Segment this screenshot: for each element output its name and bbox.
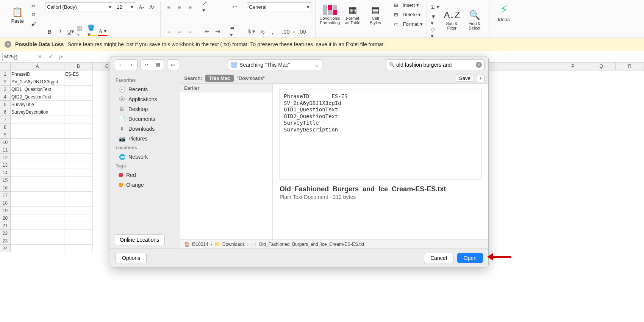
align-bottom-button[interactable]: ≡ (186, 2, 195, 11)
decrease-indent-button[interactable]: ⇤ (202, 27, 211, 36)
border-button[interactable]: ▦ ▾ (77, 27, 86, 36)
cell[interactable] (64, 131, 93, 139)
cell[interactable] (64, 116, 93, 123)
decrease-decimal-button[interactable]: ←.00 (295, 27, 304, 36)
cell[interactable] (64, 177, 93, 184)
cell[interactable] (11, 230, 64, 237)
sidebar-item-pictures[interactable]: 📷Pictures (110, 134, 180, 144)
warning-close-button[interactable]: ✕ (5, 41, 11, 48)
name-box[interactable]: M25 ▴▾ (2, 53, 33, 61)
col-header-p[interactable]: P (559, 63, 587, 70)
row-header[interactable]: 9 (0, 131, 11, 139)
cut-button[interactable]: ✂︎ (30, 2, 37, 9)
row-header[interactable]: 5 (0, 101, 11, 108)
wrap-text-button[interactable]: ↩︎ (230, 2, 239, 11)
italic-button[interactable]: I (56, 27, 65, 36)
cell[interactable] (64, 123, 93, 131)
col-header-q[interactable]: Q (587, 63, 616, 70)
delete-menu[interactable]: ⊟ Delete ▾ (394, 12, 423, 17)
row-header[interactable]: 2 (0, 78, 11, 86)
align-middle-button[interactable]: ≡ (175, 2, 184, 11)
increase-indent-button[interactable]: ⇥ (213, 27, 222, 36)
back-button[interactable]: ‹ (114, 60, 126, 70)
fill-button[interactable]: ▼ ▾ (431, 15, 440, 24)
comma-button[interactable]: , (268, 27, 277, 36)
decrease-font-button[interactable]: A▾ (147, 2, 156, 11)
sidebar-tag-red[interactable]: Red (110, 170, 180, 180)
copy-button[interactable]: ⧉ (30, 11, 37, 18)
cell[interactable] (11, 192, 64, 199)
cell[interactable] (64, 139, 93, 146)
save-search-button[interactable]: Save (456, 75, 474, 82)
online-locations-button[interactable]: Online Locations (114, 234, 165, 245)
sidebar-item-network[interactable]: 🌐Network (110, 152, 180, 162)
cell[interactable] (64, 108, 93, 116)
scope-this-mac[interactable]: This Mac (205, 75, 234, 82)
row-header[interactable]: 1 (0, 70, 11, 78)
row-header[interactable]: 23 (0, 237, 11, 245)
scope-downloads[interactable]: "Downloads" (237, 75, 265, 81)
paste-button[interactable]: 📋 Paste (7, 5, 28, 25)
cell[interactable]: SurveyDescription (11, 108, 64, 116)
col-header-r[interactable]: R (616, 63, 644, 70)
cell[interactable] (11, 154, 64, 161)
select-all-corner[interactable] (0, 63, 11, 70)
cancel-button[interactable]: Cancel (424, 253, 453, 263)
fill-color-button[interactable]: 🪣 ▾ (88, 27, 97, 36)
clear-button[interactable]: ◇ ▾ (431, 28, 440, 37)
column-view-button[interactable]: ☷ (141, 60, 152, 70)
cell[interactable] (64, 184, 93, 192)
path-file[interactable]: Old_Fashioned_Burgers_and_Ice_Cream-ES-E… (259, 242, 364, 247)
add-rule-button[interactable]: + (477, 75, 485, 82)
bold-button[interactable]: B (45, 27, 54, 36)
cell[interactable] (64, 199, 93, 207)
align-left-button[interactable]: ≡ (164, 27, 174, 36)
row-header[interactable]: 13 (0, 161, 11, 169)
path-user[interactable]: i510214 (192, 242, 208, 247)
row-header[interactable]: 6 (0, 108, 11, 116)
row-header[interactable]: 16 (0, 184, 11, 192)
options-button[interactable]: Options (116, 253, 147, 263)
cell[interactable] (11, 199, 64, 207)
group-button[interactable]: ▭ (167, 60, 179, 70)
cell[interactable]: ES-ES (64, 70, 93, 78)
row-header[interactable]: 14 (0, 169, 11, 177)
cell[interactable] (64, 222, 93, 230)
cell[interactable] (11, 184, 64, 192)
ideas-button[interactable]: ⚡︎ Ideas (493, 2, 514, 22)
enter-formula-button[interactable]: ✓ (46, 54, 55, 59)
sidebar-tag-orange[interactable]: Orange (110, 180, 180, 190)
cell[interactable] (64, 154, 93, 161)
cell[interactable] (64, 78, 93, 86)
grid-view-button[interactable]: ▦ (152, 60, 164, 70)
cell[interactable]: PhraseID (11, 70, 64, 78)
format-menu[interactable]: ▭ Format ▾ (394, 21, 423, 27)
cancel-formula-button[interactable]: ✕ (36, 54, 44, 59)
currency-button[interactable]: $ ▾ (247, 27, 256, 36)
increase-decimal-button[interactable]: .00→ (284, 27, 293, 36)
clear-search-button[interactable]: ✕ (476, 62, 482, 68)
cell[interactable] (64, 230, 93, 237)
sidebar-item-documents[interactable]: 📄Documents (110, 114, 180, 124)
find-select-button[interactable]: 🔍 Find & Select (464, 8, 485, 32)
cell[interactable] (11, 146, 64, 154)
cell[interactable] (64, 86, 93, 93)
align-right-button[interactable]: ≡ (186, 27, 195, 36)
conditional-formatting-button[interactable]: Conditional Formatting (319, 2, 341, 27)
sidebar-item-applications[interactable]: ⒶApplications (110, 94, 180, 104)
cell[interactable]: QID2_QuestionText (11, 93, 64, 101)
row-header[interactable]: 17 (0, 192, 11, 199)
cell[interactable]: SurveyTitle (11, 101, 64, 108)
row-header[interactable]: 18 (0, 199, 11, 207)
col-header-b[interactable]: B (64, 63, 93, 70)
row-header[interactable]: 10 (0, 139, 11, 146)
cell[interactable]: QID1_QuestionText (11, 86, 64, 93)
cell[interactable] (11, 222, 64, 230)
row-header[interactable]: 15 (0, 177, 11, 184)
number-format-combo[interactable]: General▾ (247, 2, 311, 11)
autosum-button[interactable]: Σ ▾ (431, 2, 440, 11)
row-header[interactable]: 11 (0, 146, 11, 154)
sidebar-item-desktop[interactable]: 🖥Desktop (110, 104, 180, 114)
cell[interactable] (64, 237, 93, 245)
path-downloads[interactable]: Downloads (222, 242, 245, 247)
